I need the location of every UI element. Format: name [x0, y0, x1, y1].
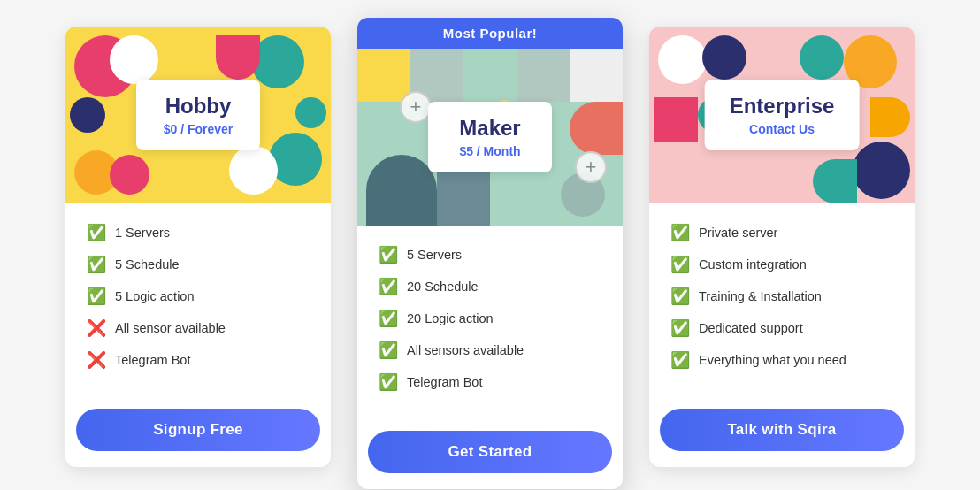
plus-icon-top: + [400, 91, 432, 123]
maker-body: ✅ 5 Servers ✅ 20 Schedule ✅ 20 Logic act… [357, 226, 623, 422]
feature-text: Training & Installation [699, 289, 822, 303]
check-icon: ✅ [670, 255, 690, 274]
check-icon: ✅ [670, 318, 690, 338]
feature-text: 1 Servers [115, 226, 170, 240]
hobby-cta-button[interactable]: Signup Free [76, 409, 320, 451]
feature-text: Private server [699, 226, 777, 240]
feature-item: ❌ All sensor available [87, 318, 306, 338]
enterprise-title: Enterprise [730, 94, 835, 119]
feature-item: ✅ 5 Servers [379, 245, 598, 264]
feature-text: 20 Schedule [407, 279, 479, 294]
check-icon: ✅ [87, 223, 106, 242]
maker-header: + + Maker $5 / Month [357, 49, 623, 226]
check-icon: ✅ [87, 287, 106, 306]
enterprise-price[interactable]: Contact Us [730, 122, 835, 136]
maker-title-box: Maker $5 / Month [428, 102, 552, 172]
deco-shape [813, 159, 857, 203]
feature-item: ✅ 5 Schedule [87, 255, 306, 274]
deco-shape [437, 172, 490, 226]
feature-text: Custom integration [699, 257, 807, 272]
deco-shape [870, 97, 910, 137]
deco-shape [110, 155, 149, 195]
check-icon: ✅ [670, 223, 690, 242]
feature-text: Everything what you need [699, 353, 846, 367]
plus-icon-bottom: + [575, 151, 607, 183]
check-icon: ✅ [379, 277, 398, 296]
deco-shape [357, 49, 410, 102]
feature-item: ❌ Telegram Bot [87, 350, 306, 370]
deco-shape [658, 35, 707, 84]
deco-shape [366, 155, 437, 226]
feature-item: ✅ Private server [670, 223, 890, 242]
check-icon: ✅ [379, 309, 398, 328]
deco-shape [229, 146, 278, 195]
feature-text: 5 Servers [407, 248, 462, 262]
feature-item: ✅ Training & Installation [670, 287, 890, 306]
feature-item: ✅ Custom integration [670, 255, 890, 274]
hobby-header: Hobby $0 / Forever [65, 27, 331, 203]
deco-shape [295, 97, 326, 128]
feature-text: 5 Logic action [115, 289, 194, 303]
check-icon: ✅ [379, 245, 398, 264]
check-icon: ✅ [670, 350, 690, 370]
deco-shape [570, 102, 623, 155]
popular-badge: Most Popular! [357, 18, 623, 49]
deco-shape [216, 35, 260, 80]
x-icon: ❌ [87, 350, 106, 370]
deco-shape [702, 35, 746, 80]
enterprise-body: ✅ Private server ✅ Custom integration ✅ … [649, 203, 915, 400]
hobby-price: $0 / Forever [161, 122, 235, 136]
hobby-title: Hobby [161, 94, 235, 119]
enterprise-cta-button[interactable]: Talk with Sqira [660, 409, 904, 451]
hobby-title-box: Hobby $0 / Forever [136, 80, 260, 150]
check-icon: ✅ [87, 255, 106, 274]
feature-item: ✅ 5 Logic action [87, 287, 306, 306]
feature-item: ✅ 1 Servers [87, 223, 306, 242]
deco-shape [570, 49, 623, 102]
check-icon: ✅ [379, 372, 398, 392]
maker-title: Maker [453, 116, 527, 141]
enterprise-card: Enterprise Contact Us ✅ Private server ✅… [649, 27, 915, 467]
deco-shape [110, 35, 158, 84]
x-icon: ❌ [87, 318, 106, 338]
deco-shape [517, 49, 570, 102]
feature-item: ✅ All sensors available [379, 341, 598, 360]
feature-text: 20 Logic action [407, 311, 494, 325]
feature-text: Dedicated support [699, 321, 803, 335]
pricing-container: Hobby $0 / Forever ✅ 1 Servers ✅ 5 Sched… [0, 0, 980, 490]
deco-shape [654, 97, 698, 142]
feature-item: ✅ 20 Schedule [379, 277, 598, 296]
maker-price: $5 / Month [453, 144, 527, 158]
hobby-card: Hobby $0 / Forever ✅ 1 Servers ✅ 5 Sched… [65, 27, 331, 467]
check-icon: ✅ [379, 341, 398, 360]
maker-card: Most Popular! + + Maker $5 / Month ✅ 5 S… [357, 18, 623, 489]
feature-text: All sensors available [407, 343, 524, 357]
enterprise-header: Enterprise Contact Us [649, 27, 915, 203]
enterprise-title-box: Enterprise Contact Us [705, 80, 860, 150]
check-icon: ✅ [670, 287, 690, 306]
feature-item: ✅ Dedicated support [670, 318, 890, 338]
deco-shape [800, 35, 844, 80]
deco-shape [853, 142, 910, 199]
feature-text: All sensor available [115, 321, 226, 335]
feature-item: ✅ 20 Logic action [379, 309, 598, 328]
feature-text: 5 Schedule [115, 257, 180, 272]
feature-text: Telegram Bot [115, 353, 190, 367]
deco-shape [269, 133, 322, 186]
feature-item: ✅ Telegram Bot [379, 372, 598, 392]
feature-item: ✅ Everything what you need [670, 350, 890, 370]
hobby-body: ✅ 1 Servers ✅ 5 Schedule ✅ 5 Logic actio… [65, 203, 331, 400]
deco-shape [65, 90, 112, 141]
feature-text: Telegram Bot [407, 375, 482, 389]
maker-cta-button[interactable]: Get Started [368, 431, 612, 473]
